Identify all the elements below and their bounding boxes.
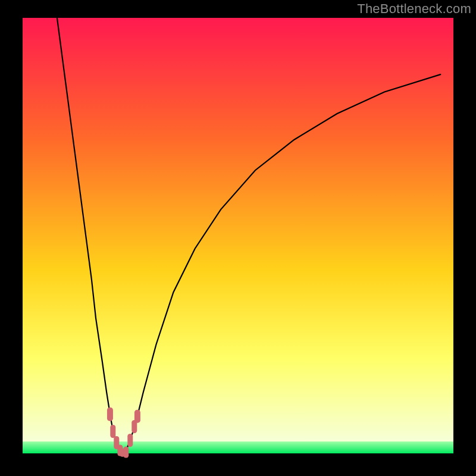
marker-6 xyxy=(127,434,133,447)
marker-0 xyxy=(107,408,113,421)
marker-5 xyxy=(123,446,129,458)
chart-frame: TheBottleneck.com xyxy=(0,0,476,476)
marker-8 xyxy=(134,409,140,423)
marker-layer xyxy=(23,18,453,453)
watermark-text: TheBottleneck.com xyxy=(357,1,471,17)
plot-area xyxy=(23,18,453,453)
